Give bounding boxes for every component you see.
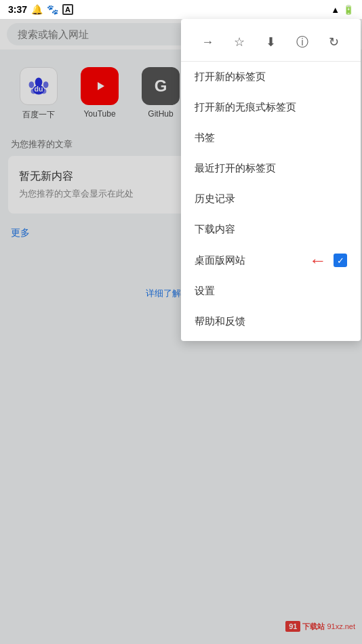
menu-item-settings[interactable]: 设置 bbox=[181, 276, 361, 306]
baidu-security-icon: 🐾 bbox=[47, 4, 58, 15]
menu-downloads-label: 下载内容 bbox=[195, 223, 235, 236]
menu-item-history[interactable]: 历史记录 bbox=[181, 184, 361, 214]
toolbar-forward[interactable]: → bbox=[195, 30, 220, 54]
notification-icon: 🔔 bbox=[31, 4, 43, 15]
menu-recent-tabs-label: 最近打开的标签页 bbox=[195, 162, 276, 175]
status-left: 3:37 🔔 🐾 A bbox=[8, 4, 73, 15]
toolbar-bookmark[interactable]: ☆ bbox=[227, 30, 252, 54]
menu-item-recent-tabs[interactable]: 最近打开的标签页 bbox=[181, 153, 361, 184]
menu-help-label: 帮助和反馈 bbox=[195, 315, 245, 328]
menu-history-label: 历史记录 bbox=[195, 193, 235, 205]
menu-item-bookmarks[interactable]: 书签 bbox=[181, 123, 361, 153]
screen-record-icon: A bbox=[62, 4, 73, 15]
dropdown-menu: → ☆ ⬇ ⓘ ↻ 打开新的标签页 打开新的无痕式标签页 书签 最近打开的标签页… bbox=[181, 19, 361, 341]
toolbar-refresh[interactable]: ↻ bbox=[322, 30, 346, 54]
menu-new-tab-label: 打开新的标签页 bbox=[195, 71, 266, 83]
red-arrow-icon: ← bbox=[309, 250, 327, 271]
status-time: 3:37 bbox=[8, 4, 27, 15]
status-bar: 3:37 🔔 🐾 A ▲ 🔋 bbox=[0, 0, 362, 19]
toolbar-info[interactable]: ⓘ bbox=[290, 30, 315, 54]
toolbar-download[interactable]: ⬇ bbox=[258, 30, 283, 54]
menu-item-help[interactable]: 帮助和反馈 bbox=[181, 306, 361, 337]
status-right: ▲ 🔋 bbox=[331, 5, 354, 15]
menu-bookmarks-label: 书签 bbox=[195, 132, 215, 144]
menu-item-desktop-site[interactable]: 桌面版网站 ← ✓ bbox=[181, 245, 361, 276]
menu-settings-label: 设置 bbox=[195, 285, 215, 298]
wifi-icon: ▲ bbox=[331, 5, 340, 15]
dropdown-toolbar: → ☆ ⬇ ⓘ ↻ bbox=[181, 23, 361, 62]
menu-item-new-tab[interactable]: 打开新的标签页 bbox=[181, 62, 361, 92]
menu-desktop-site-label: 桌面版网站 bbox=[195, 254, 245, 267]
battery-icon: 🔋 bbox=[343, 5, 354, 15]
menu-item-incognito[interactable]: 打开新的无痕式标签页 bbox=[181, 92, 361, 123]
menu-incognito-label: 打开新的无痕式标签页 bbox=[195, 101, 296, 114]
desktop-site-checkbox[interactable]: ✓ bbox=[334, 254, 347, 267]
menu-item-downloads[interactable]: 下载内容 bbox=[181, 214, 361, 245]
